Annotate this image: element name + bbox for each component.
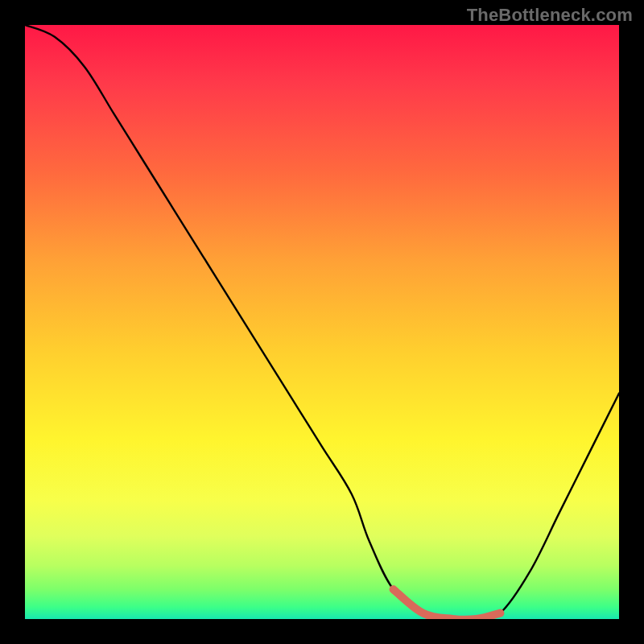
watermark-text: TheBottleneck.com bbox=[467, 5, 633, 26]
optimal-range-highlight bbox=[25, 25, 619, 619]
chart-container: TheBottleneck.com bbox=[0, 0, 644, 644]
